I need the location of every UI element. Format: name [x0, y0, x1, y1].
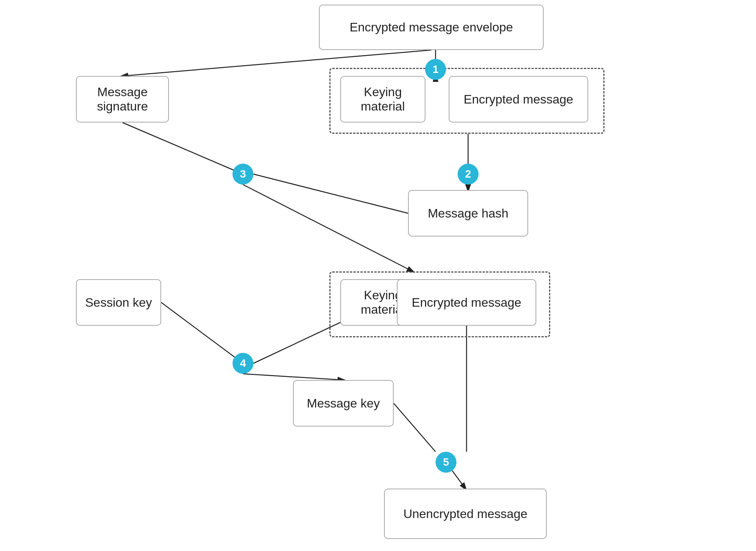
badge-2-label: 2 [465, 168, 471, 180]
node-keying-material-1: Keyingmaterial [340, 76, 425, 123]
badge-3: 3 [232, 164, 253, 185]
svg-line-6 [253, 174, 408, 213]
badge-5-label: 5 [443, 456, 449, 468]
svg-line-5 [122, 123, 243, 174]
badge-3-label: 3 [240, 168, 246, 180]
badge-1-label: 1 [432, 63, 439, 76]
message-signature-label: Message signature [84, 85, 160, 114]
svg-line-7 [243, 185, 413, 271]
badge-2: 2 [458, 164, 479, 185]
svg-line-10 [243, 374, 343, 380]
badge-4-label: 4 [240, 357, 246, 370]
keying-material-1-label: Keyingmaterial [361, 85, 405, 114]
diagram-container: Encrypted message envelope Message signa… [0, 0, 756, 551]
badge-4: 4 [232, 353, 253, 374]
node-encrypted-envelope: Encrypted message envelope [319, 5, 544, 50]
encrypted-message-2-label: Encrypted message [412, 295, 522, 310]
encrypted-message-1-label: Encrypted message [464, 92, 573, 107]
badge-5: 5 [436, 452, 456, 473]
session-key-label: Session key [85, 295, 152, 310]
node-message-hash: Message hash [408, 190, 528, 237]
node-message-key: Message key [293, 380, 394, 427]
badge-1: 1 [425, 59, 446, 80]
message-hash-label: Message hash [428, 206, 508, 221]
node-session-key: Session key [76, 279, 161, 326]
svg-line-11 [394, 403, 436, 452]
encrypted-envelope-label: Encrypted message envelope [350, 20, 513, 35]
message-key-label: Message key [307, 396, 380, 411]
node-encrypted-message-1: Encrypted message [449, 76, 588, 123]
node-unencrypted-message: Unencrypted message [384, 489, 547, 539]
node-encrypted-message-2: Encrypted message [397, 279, 536, 326]
svg-line-8 [161, 302, 243, 363]
unencrypted-message-label: Unencrypted message [403, 507, 527, 521]
node-message-signature: Message signature [76, 76, 169, 123]
